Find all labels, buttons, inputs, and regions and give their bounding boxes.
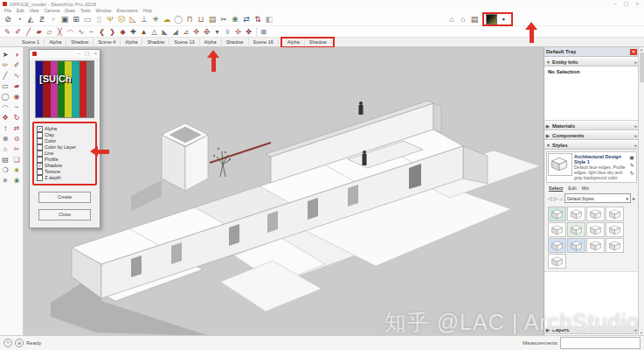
sandbox-tool-icon[interactable]: ❀ [11,175,22,186]
edit-style-icon[interactable]: ✎ [630,162,634,168]
pie-tool-icon[interactable]: ⌣ [11,102,22,112]
text-tool-icon[interactable]: ▤ [0,154,10,164]
home-icon[interactable]: ⌂ [559,196,563,201]
funnel-tool-icon[interactable]: Ψ [105,14,115,24]
style-thumbnail[interactable] [548,222,566,237]
swap-v-tool-icon[interactable]: ⇅ [253,14,263,24]
freehand-tool-icon[interactable]: ∿ [11,70,22,80]
freeform-tool-icon[interactable]: ∿ [76,27,86,37]
details-arrow-icon[interactable]: ▸ [633,195,635,201]
section-options-icon[interactable]: ▸ [634,133,637,138]
drawer-tool-icon[interactable]: ▤ [469,14,480,24]
scroll-thumb[interactable] [640,52,644,82]
create-button[interactable]: Create [38,192,91,203]
dialog-maximize-button[interactable]: ▢ [85,50,90,58]
erase-x-tool-icon[interactable]: ╳ [55,27,65,37]
rect-tool-icon[interactable]: ▭ [0,80,10,91]
style-thumbnail[interactable] [567,222,585,237]
tri-up-tool-icon[interactable]: ▲ [139,27,149,37]
swap-h-tool-icon[interactable]: ⇄ [241,14,252,24]
styles-tab-edit[interactable]: Edit [568,186,576,191]
minimize-button[interactable]: – [613,0,616,8]
pen-tool-icon[interactable]: ✐ [11,60,22,70]
help-icon[interactable]: ? [3,339,12,347]
scene-tab-scene-1[interactable]: Scene 1 [17,38,45,46]
axes2-tool-icon[interactable]: ✳ [0,175,10,186]
style-thumbnail[interactable] [606,222,624,237]
paint-tool-icon[interactable]: ✏ [0,60,10,70]
scene-tab-shadow[interactable]: Shadow [222,38,249,46]
channel-checkbox-alpha[interactable]: ✓ [37,126,43,132]
chair-tool-icon[interactable]: ⊔ [196,14,206,24]
style-thumbnail[interactable] [567,206,585,221]
scene-tab-shadow[interactable]: Shadow [305,38,332,46]
zoom-ext-tool-icon[interactable]: ★ [11,164,22,175]
styles-header[interactable]: ▼ Styles ▸ [544,140,639,150]
channel-checkbox-z-depth[interactable] [37,175,43,181]
flower-tool-icon[interactable]: ✳ [150,14,161,24]
channel-checkbox-color[interactable] [37,138,43,144]
component-grid-icon[interactable]: ⊞ [259,27,268,37]
geolocation-icon[interactable]: ⊕ [15,339,24,347]
pan-tool-icon[interactable]: ◭ [25,14,36,24]
style-thumbnail[interactable] [548,206,566,221]
face-me-icon[interactable]: ☹ [116,14,127,24]
dialog-close-button[interactable]: × [93,50,97,58]
entity-info-header[interactable]: ▼ Entity Info ▸ [544,57,639,66]
new-window-icon[interactable]: ▣ [59,14,70,24]
protractor-tool-icon[interactable]: ◺ [128,14,138,24]
small-tri-tool-icon[interactable]: ▾ [212,27,222,37]
screen-b-icon[interactable]: ▯ [93,14,104,24]
followme-tool-icon[interactable]: ⊖ [11,133,22,144]
home-tool-icon[interactable]: ⌂ [447,14,457,24]
section-options-icon[interactable]: ▸ [634,143,637,148]
materials-header[interactable]: ▶ Materials ▸ [544,121,639,130]
dialog-minimize-button[interactable]: – [77,50,80,58]
style-thumbnail[interactable] [586,222,605,237]
cabinet-tool-icon[interactable]: ▤ [207,14,218,24]
tape-tool-icon[interactable]: ⌂ [0,144,10,154]
line-tool-icon[interactable]: ╱ [0,70,10,80]
rect-tool-icon[interactable]: ▰ [34,27,44,37]
cross-a-tool-icon[interactable]: ✜ [191,27,201,37]
offset-tool-icon[interactable]: ⇄ [11,122,22,133]
channel-checkbox-color-by-layer[interactable] [37,144,43,150]
wedge-tool-icon[interactable]: ⊿ [181,27,190,37]
style-thumbnail[interactable] [606,206,624,221]
rotate-tool-icon[interactable]: ↻ [11,112,22,122]
curve-tool-icon[interactable]: ⌣ [87,27,96,37]
style-thumbnail[interactable] [586,238,605,253]
corner-b-tool-icon[interactable]: ◢ [170,27,180,37]
scene-tab-scene-16[interactable]: Scene 16 [249,38,279,46]
lock-icon[interactable]: ▣ [629,154,634,160]
tray-close-button[interactable]: × [630,49,637,55]
channel-checkbox-clay[interactable] [37,132,43,138]
leaf-tool-icon[interactable]: ❀ [230,14,240,24]
scale-tool-icon[interactable]: ↕ [0,122,10,133]
bench-tool-icon[interactable]: ⊓ [184,14,195,24]
pushpull-tool-icon[interactable]: ⊕ [0,133,10,144]
close-dialog-button[interactable]: Close [38,209,91,220]
arc-tool-icon[interactable]: ◠ [66,27,75,37]
back-arrow-icon[interactable]: ◁ [548,195,552,201]
channel-checkbox-profile[interactable] [37,157,43,163]
freehand-tool-icon[interactable]: ✐ [13,27,23,37]
corner-a-tool-icon[interactable]: ◣ [160,27,170,37]
scene-tab-alpha[interactable]: Alpha [121,38,142,46]
axes-tool-icon[interactable]: Ƶ [37,14,47,24]
pin-tool-icon[interactable]: ⊥ [139,14,149,24]
scene-tab-shadow[interactable]: Shadow [66,38,93,46]
style-thumbnail[interactable] [548,254,566,269]
gem-tool-icon[interactable]: ◊ [223,27,232,37]
scene-tab-shadow[interactable]: Shadow [142,38,170,46]
dims-tool-icon[interactable]: ❏ [11,154,22,164]
channel-checkbox-texture[interactable] [37,169,43,175]
scissors-tool-icon[interactable]: ✂ [218,14,229,24]
measurements-input[interactable] [560,337,641,349]
drawing-viewport[interactable]: – ▢ × [SU|Ch ✓AlphaClayColorColor by Lay… [0,47,544,335]
orbit-tool-icon[interactable]: ◔ [14,14,24,24]
scene-tab-alpha[interactable]: Alpha [200,38,222,46]
house-tool-icon[interactable]: ⌂ [458,14,468,24]
sparkle-b-tool-icon[interactable]: ✤ [244,27,253,37]
scene-tab-alpha[interactable]: Alpha [45,38,66,46]
